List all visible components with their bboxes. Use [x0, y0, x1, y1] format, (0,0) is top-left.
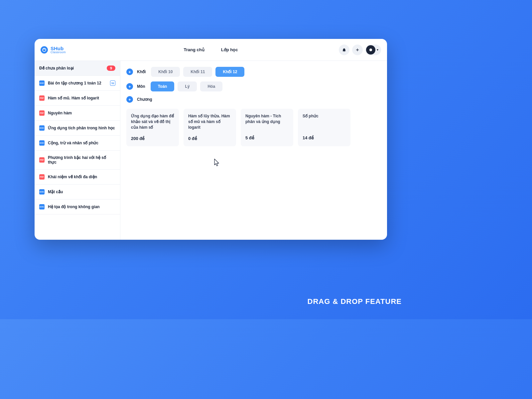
chapter-card-count: 5 đề	[245, 135, 289, 140]
sidebar-item[interactable]: PDFHàm số mũ. Hàm số logarit	[35, 91, 120, 106]
sidebar-item-unsorted[interactable]: Đề chưa phân loại 9	[35, 61, 120, 76]
sidebar-item-label: Cộng, trừ và nhân số phức	[48, 141, 115, 145]
sidebar-item-label: Phương trình bậc hai với hệ số thực	[48, 155, 115, 165]
topbar-actions: ▾	[339, 45, 381, 55]
chapter-card-count: 200 đề	[131, 136, 174, 141]
topbar: SHub Classroom Trang chủ Lớp học ▾	[35, 39, 387, 61]
logo-text: SHub Classroom	[51, 46, 66, 54]
grade-chip[interactable]: Khối 10	[151, 67, 180, 77]
main: + Khối Khối 10Khối 11Khối 12 + Môn ToánL…	[120, 61, 387, 240]
chapter-card-count: 14 đề	[303, 135, 346, 140]
add-button[interactable]	[352, 45, 363, 55]
count-badge-icon: 53	[110, 80, 115, 86]
pdf-icon: PDF	[39, 95, 45, 101]
chapter-cards: Ứng dụng đạo hàm để khảo sát và vẽ đồ th…	[126, 109, 381, 146]
filter-subject-label: Môn	[137, 84, 145, 89]
sidebar-item-label: Đề chưa phân loại	[39, 66, 103, 70]
chapter-card[interactable]: Ứng dụng đạo hàm để khảo sát và vẽ đồ th…	[126, 109, 179, 146]
subject-chip[interactable]: Hóa	[200, 81, 222, 91]
unsorted-count-badge: 9	[107, 66, 115, 71]
subject-chip[interactable]: Lý	[178, 81, 197, 91]
avatar-icon	[366, 45, 375, 55]
logo-sub: Classroom	[51, 51, 66, 54]
sidebar-item-label: Ứng dụng tích phân trong hình học	[48, 126, 115, 130]
nav-home[interactable]: Trang chủ	[184, 47, 204, 52]
logo-name: SHub	[51, 46, 66, 51]
doc-icon: DOC	[39, 80, 45, 86]
chapter-card[interactable]: Nguyên hàm - Tích phân và ứng dụng5 đề	[241, 109, 293, 146]
doc-icon: DOC	[39, 204, 45, 209]
sidebar-item-label: Bài ôn tập chương 1 toán 12	[48, 81, 107, 85]
pdf-icon: PDF	[39, 157, 45, 163]
chapter-card-title: Hàm số lũy thừa. Hàm số mũ và hàm số log…	[188, 113, 231, 130]
add-grade-button[interactable]: +	[126, 68, 133, 75]
sidebar-item-label: Nguyên hàm	[48, 111, 115, 115]
sidebar-item-label: Hệ tọa độ trong không gian	[48, 204, 115, 209]
sidebar-item[interactable]: PDFPhương trình bậc hai với hệ số thực	[35, 151, 120, 170]
chapter-card-title: Ứng dụng đạo hàm để khảo sát và vẽ đồ th…	[131, 113, 174, 130]
sidebar-item-label: Hàm số mũ. Hàm số logarit	[48, 96, 115, 100]
add-subject-button[interactable]: +	[126, 83, 133, 90]
logo-icon	[41, 46, 48, 54]
chapter-card[interactable]: Hàm số lũy thừa. Hàm số mũ và hàm số log…	[184, 109, 236, 146]
doc-icon: DOC	[39, 140, 45, 146]
user-menu[interactable]: ▾	[365, 45, 381, 55]
chapter-card[interactable]: Số phức14 đề	[298, 109, 350, 146]
bell-icon	[342, 48, 346, 52]
pdf-icon: PDF	[39, 174, 45, 180]
nav-class[interactable]: Lớp học	[221, 47, 238, 52]
sidebar-item-label: Khái niệm về khối đa diện	[48, 175, 115, 179]
filter-grade-label: Khối	[137, 69, 146, 74]
chapter-card-count: 0 đề	[188, 136, 231, 141]
sidebar-item[interactable]: DOCBài ôn tập chương 1 toán 1253	[35, 76, 120, 91]
sidebar-item[interactable]: PDFNguyên hàm	[35, 106, 120, 121]
grade-chip[interactable]: Khối 12	[215, 67, 244, 77]
cursor-icon	[214, 159, 220, 167]
body: Đề chưa phân loại 9 DOCBài ôn tập chương…	[35, 61, 387, 240]
subject-chip[interactable]: Toán	[151, 81, 175, 91]
filter-chapter: + Chương	[126, 96, 381, 103]
sidebar: Đề chưa phân loại 9 DOCBài ôn tập chương…	[35, 61, 120, 240]
grade-chip[interactable]: Khối 11	[183, 67, 212, 77]
sidebar-item-label: Mặt cầu	[48, 190, 115, 194]
logo[interactable]: SHub Classroom	[41, 46, 66, 54]
sidebar-item[interactable]: PDFKhái niệm về khối đa diện	[35, 170, 120, 185]
sidebar-item[interactable]: DOCỨng dụng tích phân trong hình học	[35, 121, 120, 136]
notifications-button[interactable]	[339, 45, 349, 55]
filter-subject: + Môn ToánLýHóa	[126, 81, 381, 91]
chapter-card-title: Số phức	[303, 113, 346, 129]
doc-icon: DOC	[39, 125, 45, 131]
sidebar-item[interactable]: DOCHệ tọa độ trong không gian	[35, 200, 120, 214]
top-nav: Trang chủ Lớp học	[184, 47, 238, 52]
app-window: SHub Classroom Trang chủ Lớp học ▾ Đề ch…	[35, 39, 387, 240]
chevron-down-icon: ▾	[377, 48, 378, 52]
footer-caption: DRAG & DROP FEATURE	[308, 297, 402, 306]
chapter-card-title: Nguyên hàm - Tích phân và ứng dụng	[245, 113, 289, 129]
add-chapter-button[interactable]: +	[126, 96, 133, 103]
sidebar-item[interactable]: DOCCộng, trừ và nhân số phức	[35, 136, 120, 151]
filter-chapter-label: Chương	[137, 97, 152, 102]
sidebar-item[interactable]: DOCMặt cầu	[35, 185, 120, 200]
filter-grade: + Khối Khối 10Khối 11Khối 12	[126, 67, 381, 77]
plus-icon	[355, 48, 360, 52]
pdf-icon: PDF	[39, 110, 45, 116]
doc-icon: DOC	[39, 189, 45, 195]
